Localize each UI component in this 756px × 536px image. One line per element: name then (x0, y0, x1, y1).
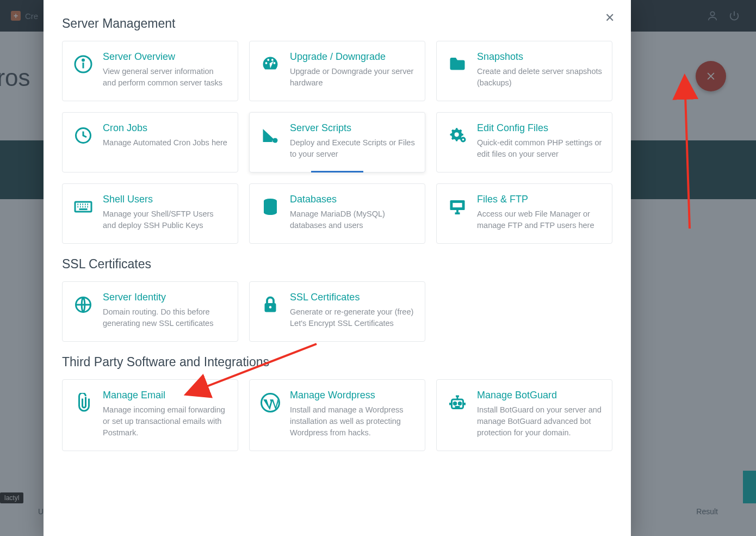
third-party-grid: Manage Email Manage incoming email forwa… (62, 379, 612, 451)
section-title-ssl: SSL Certificates (62, 257, 612, 272)
card-shell-users[interactable]: Shell Users Manage your Shell/SFTP Users… (62, 183, 238, 244)
close-button[interactable]: ✕ (602, 10, 618, 26)
database-icon (259, 196, 281, 218)
svg-point-3 (83, 59, 84, 61)
card-title: Edit Config Files (477, 122, 602, 134)
ssl-grid: Server Identity Domain routing. Do this … (62, 281, 612, 342)
card-title: Upgrade / Downgrade (290, 51, 415, 63)
card-desc: Install BotGuard on your server and mana… (477, 404, 602, 439)
card-desc: Manage MariaDB (MySQL) databases and use… (290, 208, 415, 231)
dashboard-icon (259, 53, 281, 75)
wordpress-icon (259, 392, 281, 414)
card-desc: Manage incoming email forwarding or set … (103, 404, 228, 439)
svg-rect-11 (452, 202, 463, 208)
card-desc: Quick-edit common PHP settings or edit f… (477, 137, 602, 160)
section-title-third-party: Third Party Software and Integrations (62, 355, 612, 369)
card-manage-botguard[interactable]: Manage BotGuard Install BotGuard on your… (436, 379, 612, 451)
paperclip-icon (72, 392, 94, 414)
card-title: Files & FTP (477, 194, 602, 205)
card-desc: Upgrade or Downgrade your server hardwar… (290, 66, 415, 89)
folder-icon (447, 53, 468, 75)
server-management-grid: Server Overview View general server info… (62, 41, 612, 244)
keyboard-icon (72, 196, 94, 218)
card-desc: Install and manage a Wordpress installat… (290, 404, 415, 439)
clock-icon (72, 125, 94, 146)
svg-point-14 (269, 306, 272, 309)
card-title: Server Scripts (290, 122, 415, 134)
card-desc: Create and delete server snapshots (back… (477, 66, 602, 89)
lock-icon (259, 294, 281, 316)
card-manage-email[interactable]: Manage Email Manage incoming email forwa… (62, 379, 238, 451)
card-title: Databases (290, 194, 415, 205)
card-desc: Generate or re-generate your (free) Let'… (290, 306, 415, 329)
svg-point-5 (273, 138, 278, 143)
card-title: Cron Jobs (103, 122, 228, 134)
server-management-modal: ✕ Server Management Server Overview View… (44, 0, 631, 536)
card-desc: Manage Automated Cron Jobs here (103, 137, 228, 149)
card-title: Snapshots (477, 51, 602, 63)
card-snapshots[interactable]: Snapshots Create and delete server snaps… (436, 41, 612, 101)
card-manage-wordpress[interactable]: Manage Wordpress Install and manage a Wo… (249, 379, 425, 451)
close-icon: ✕ (605, 11, 615, 25)
card-title: Server Identity (103, 292, 228, 303)
card-desc: Manage your Shell/SFTP Users and deploy … (103, 208, 228, 231)
monitor-icon (447, 196, 468, 218)
svg-point-18 (458, 402, 461, 405)
card-server-identity[interactable]: Server Identity Domain routing. Do this … (62, 281, 238, 342)
gears-icon (447, 125, 468, 146)
card-desc: Domain routing. Do this before generatin… (103, 306, 228, 329)
section-title-server-management: Server Management (62, 16, 612, 31)
card-title: Shell Users (103, 194, 228, 205)
robot-icon (447, 392, 468, 414)
card-server-overview[interactable]: Server Overview View general server info… (62, 41, 238, 101)
card-title: Manage Wordpress (290, 390, 415, 401)
card-title: SSL Certificates (290, 292, 415, 303)
card-files-ftp[interactable]: Files & FTP Access our web File Manager … (436, 183, 612, 244)
card-title: Server Overview (103, 51, 228, 63)
svg-point-7 (462, 139, 464, 141)
card-desc: Access our web File Manager or manage FT… (477, 208, 602, 231)
card-server-scripts[interactable]: Server Scripts Deploy and Execute Script… (249, 112, 425, 172)
card-databases[interactable]: Databases Manage MariaDB (MySQL) databas… (249, 183, 425, 244)
card-desc: Deploy and Execute Scripts or Files to y… (290, 137, 415, 160)
card-desc: View general server information and perf… (103, 66, 228, 89)
card-edit-config-files[interactable]: Edit Config Files Quick-edit common PHP … (436, 112, 612, 172)
globe-icon (72, 294, 94, 316)
svg-point-17 (454, 402, 456, 405)
svg-point-15 (262, 394, 280, 412)
script-icon (259, 125, 281, 146)
card-cron-jobs[interactable]: Cron Jobs Manage Automated Cron Jobs her… (62, 112, 238, 172)
info-icon (72, 53, 94, 75)
card-upgrade-downgrade[interactable]: Upgrade / Downgrade Upgrade or Downgrade… (249, 41, 425, 101)
card-ssl-certificates[interactable]: SSL Certificates Generate or re-generate… (249, 281, 425, 342)
card-title: Manage Email (103, 390, 228, 401)
card-title: Manage BotGuard (477, 390, 602, 401)
